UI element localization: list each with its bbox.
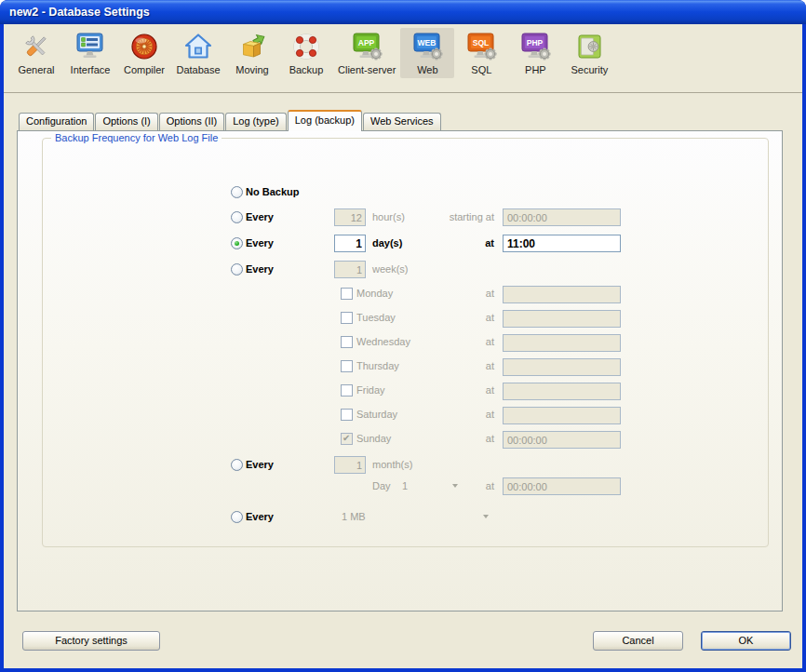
database-settings-window: new2 - Database Settings <box>0 0 806 672</box>
toolbar-item-label: General <box>18 64 54 75</box>
days-time-input[interactable] <box>503 235 621 252</box>
every-weeks-radio[interactable] <box>231 263 243 276</box>
wednesday-at-label: at <box>372 336 494 348</box>
toolbar-item-sql[interactable]: SQL <box>454 28 508 78</box>
monitor-gear-icon: WEB <box>410 31 444 62</box>
box-arrow-icon <box>237 31 267 62</box>
months-count-input[interactable] <box>334 456 366 474</box>
weeks-unit-label: week(s) <box>372 263 409 276</box>
no-backup-radio[interactable] <box>231 186 243 198</box>
category-toolbar: General Interface <box>4 24 802 93</box>
no-backup-label: No Backup <box>246 186 299 198</box>
saturday-time-input[interactable] <box>503 407 621 424</box>
monitor-gear-icon: APP <box>350 31 383 62</box>
month-time-input[interactable] <box>503 477 621 495</box>
wednesday-time-input[interactable] <box>503 334 621 352</box>
every-months-radio[interactable] <box>231 459 243 471</box>
toolbar-item-compiler[interactable]: Compiler <box>117 28 171 78</box>
svg-text:SQL: SQL <box>473 38 489 47</box>
toolbar-item-label: Web <box>417 64 437 75</box>
every-size-label: Every <box>246 511 274 523</box>
months-unit-label: month(s) <box>372 459 412 471</box>
saturday-at-label: at <box>372 409 494 421</box>
sunday-checkbox[interactable] <box>341 433 353 445</box>
safe-icon <box>574 31 604 62</box>
tuesday-checkbox[interactable] <box>341 312 353 324</box>
toolbar-item-label: SQL <box>471 64 491 75</box>
toolbar-item-label: Client-server <box>338 64 396 75</box>
svg-text:APP: APP <box>358 38 375 47</box>
backup-frequency-groupbox: Backup Frequency for Web Log File No Bac… <box>42 138 769 547</box>
dialog-client-area: General Interface <box>4 24 802 668</box>
tools-icon <box>21 31 51 62</box>
toolbar-item-client-server[interactable]: APP <box>333 28 400 78</box>
toolbar-item-database[interactable]: Database <box>171 28 225 78</box>
svg-text:PHP: PHP <box>527 38 544 47</box>
toolbar-item-backup[interactable]: Backup <box>279 28 333 78</box>
titlebar[interactable]: new2 - Database Settings <box>0 0 806 24</box>
house-icon <box>183 31 213 62</box>
factory-settings-button[interactable]: Factory settings <box>22 631 160 651</box>
monitor-gear-icon: SQL <box>464 31 498 62</box>
every-hours-label: Every <box>246 211 274 223</box>
thursday-checkbox[interactable] <box>341 360 353 372</box>
monday-at-label: at <box>372 288 494 300</box>
tab-log-type[interactable]: Log (type) <box>225 113 287 130</box>
toolbar-item-general[interactable]: General <box>9 28 63 78</box>
saturday-checkbox[interactable] <box>341 409 353 421</box>
toolbar-item-label: Compiler <box>124 64 165 75</box>
tab-bar: Configuration Options (I) Options (II) L… <box>19 110 442 130</box>
friday-time-input[interactable] <box>503 383 621 400</box>
toolbar-item-label: Interface <box>71 64 111 75</box>
toolbar-item-label: Security <box>571 64 608 75</box>
hours-count-input[interactable] <box>334 208 366 226</box>
toolbar-item-moving[interactable]: Moving <box>225 28 279 78</box>
weeks-count-input[interactable] <box>334 261 366 278</box>
toolbar-item-web[interactable]: WEB <box>400 28 454 78</box>
sunday-at-label: at <box>372 433 494 445</box>
size-dropdown-arrow-icon[interactable] <box>483 515 489 518</box>
monitor-options-icon <box>74 31 107 62</box>
every-hours-radio[interactable] <box>231 211 243 223</box>
hours-starting-at-label: starting at <box>372 211 494 223</box>
days-count-input[interactable] <box>334 235 366 252</box>
cancel-button[interactable]: Cancel <box>593 631 683 651</box>
svg-text:WEB: WEB <box>418 38 437 47</box>
toolbar-item-interface[interactable]: Interface <box>63 28 117 78</box>
tab-page-log-backup: Backup Frequency for Web Log File No Bac… <box>17 130 783 612</box>
ok-button[interactable]: OK <box>701 631 791 651</box>
friday-at-label: at <box>372 384 494 396</box>
window-title: new2 - Database Settings <box>9 6 150 19</box>
tuesday-time-input[interactable] <box>503 310 621 328</box>
tuesday-at-label: at <box>372 312 494 324</box>
toolbar-item-label: Database <box>176 64 220 75</box>
wednesday-checkbox[interactable] <box>341 336 353 348</box>
lifebuoy-icon <box>291 31 321 62</box>
thursday-at-label: at <box>372 360 494 372</box>
wheel-icon <box>129 31 159 62</box>
toolbar-item-security[interactable]: Security <box>562 28 616 78</box>
every-size-radio[interactable] <box>231 511 243 523</box>
tab-options-2[interactable]: Options (II) <box>159 113 224 130</box>
tab-configuration[interactable]: Configuration <box>19 113 94 130</box>
days-at-label: at <box>372 237 494 249</box>
toolbar-item-label: PHP <box>525 64 546 75</box>
tab-web-services[interactable]: Web Services <box>363 113 441 130</box>
monday-checkbox[interactable] <box>341 288 353 300</box>
monday-time-input[interactable] <box>503 286 621 303</box>
every-days-label: Every <box>246 237 274 249</box>
tab-options-1[interactable]: Options (I) <box>95 113 157 130</box>
toolbar-item-php[interactable]: PHP <box>508 28 562 78</box>
toolbar-item-label: Backup <box>289 64 324 75</box>
sunday-time-input[interactable] <box>503 431 621 449</box>
size-value: 1 MB <box>342 511 366 523</box>
monitor-gear-icon: PHP <box>518 31 552 62</box>
tab-log-backup[interactable]: Log (backup) <box>288 110 362 131</box>
toolbar-item-label: Moving <box>235 64 268 75</box>
thursday-time-input[interactable] <box>503 358 621 376</box>
hours-start-time-input[interactable] <box>503 208 621 226</box>
every-months-label: Every <box>246 459 274 471</box>
every-weeks-label: Every <box>246 263 274 276</box>
every-days-radio[interactable] <box>231 237 243 249</box>
friday-checkbox[interactable] <box>341 384 353 396</box>
